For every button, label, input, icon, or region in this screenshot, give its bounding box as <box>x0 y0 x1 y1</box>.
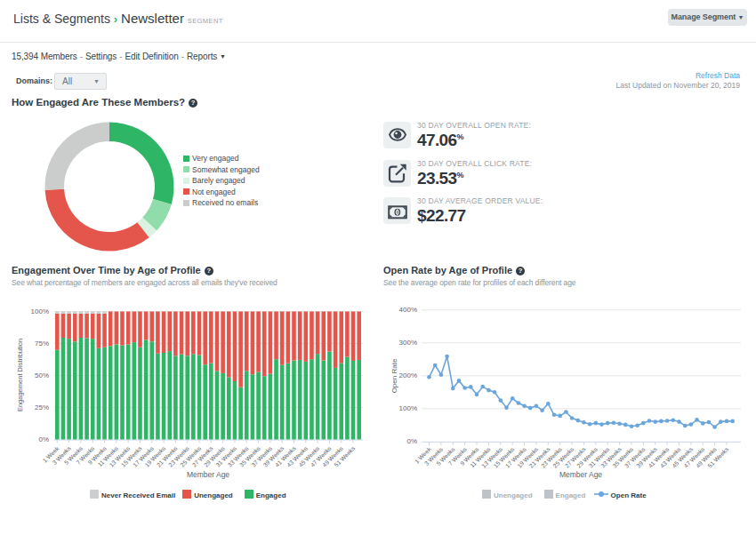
svg-text:Engagement Distribution: Engagement Distribution <box>16 339 24 411</box>
svg-text:Open Rate: Open Rate <box>390 358 398 393</box>
svg-text:50%: 50% <box>35 371 49 379</box>
svg-text:0%: 0% <box>406 437 417 445</box>
svg-text:100%: 100% <box>399 404 417 412</box>
svg-text:Member Age: Member Age <box>187 470 229 479</box>
svg-text:300%: 300% <box>399 339 417 347</box>
svg-text:400%: 400% <box>399 306 417 314</box>
svg-text:200%: 200% <box>399 371 417 379</box>
svg-text:75%: 75% <box>35 339 49 347</box>
svg-text:0%: 0% <box>38 435 49 443</box>
svg-text:25%: 25% <box>35 403 49 411</box>
svg-text:Member Age: Member Age <box>559 470 602 479</box>
svg-text:100%: 100% <box>31 307 49 315</box>
